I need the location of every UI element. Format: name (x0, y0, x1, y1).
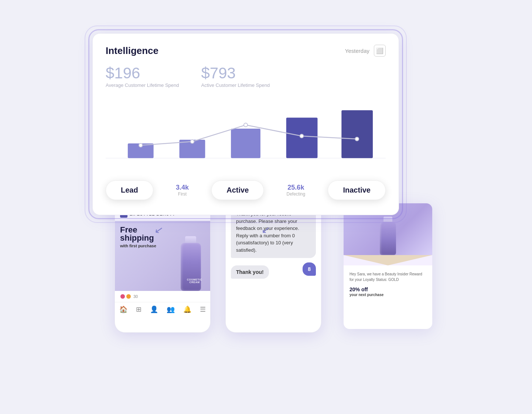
fb-shipping-text: shipping (120, 234, 156, 242)
email-bottle-body (380, 222, 396, 255)
metrics-row: $196 Average Customer Lifetime Spend $79… (106, 65, 386, 88)
tab-active[interactable]: Active (211, 180, 264, 200)
email-card: ✦ LIFESTYLELABELS Hey Sara, we have a Be… (344, 203, 432, 329)
chat-icon[interactable]: ⬜ (374, 45, 386, 57)
svg-point-9 (300, 134, 304, 138)
page-title: Intelligence (106, 45, 158, 57)
tab-inactive[interactable]: Inactive (328, 180, 385, 200)
envelope-fold (344, 255, 432, 265)
stat-defecting-label: Defecting (287, 191, 306, 197)
metric-avg-value: $196 (106, 65, 179, 81)
metric-avg-label: Average Customer Lifetime Spend (106, 82, 179, 88)
email-offer: 20% off (349, 286, 426, 293)
email-offer-sub: your next purchase (349, 293, 426, 297)
bottle-body: COSMETIC CREAM (181, 243, 201, 291)
fb-home-icon[interactable]: 🏠 (119, 305, 127, 313)
stat-first: 3.4k First (176, 184, 189, 197)
bottle-cap (185, 236, 196, 243)
stat-first-value: 3.4k (176, 184, 189, 191)
fb-footer: 30 (115, 291, 210, 302)
fb-reactions (120, 294, 131, 299)
email-bottle (377, 214, 399, 255)
sms-message-thanks: Thank you! (231, 265, 269, 279)
svg-point-8 (244, 123, 248, 127)
svg-point-7 (190, 140, 194, 143)
sms-message-sent: 8 (303, 262, 316, 276)
reaction-heart (120, 294, 125, 299)
tab-lead[interactable]: Lead (106, 180, 153, 200)
fb-count: 30 (133, 294, 138, 299)
reaction-like (126, 294, 131, 299)
scene: Intelligence Yesterday ⬜ $196 Average Cu… (63, 22, 469, 392)
email-body: Hey Sara, we have a Beauty Insider Rewar… (344, 265, 432, 303)
email-bottle-cap (383, 217, 392, 222)
fb-group-icon[interactable]: 👥 (167, 305, 175, 313)
fb-person-icon[interactable]: 👤 (150, 305, 158, 313)
email-greeting: Hey Sara, we have a Beauty Insider Rewar… (349, 271, 426, 282)
chart-area (106, 99, 386, 173)
intelligence-card: Intelligence Yesterday ⬜ $196 Average Cu… (92, 33, 399, 215)
fb-bell-icon[interactable]: 🔔 (183, 305, 191, 313)
svg-rect-3 (231, 129, 260, 158)
fb-text-overlay: Free shipping with first purchase (120, 226, 156, 248)
fb-subtext: with first purchase (120, 244, 156, 248)
envelope-triangle (344, 255, 432, 265)
svg-point-10 (355, 137, 359, 141)
bottle-label: COSMETIC CREAM (185, 278, 204, 284)
metric-average: $196 Average Customer Lifetime Spend (106, 65, 179, 88)
bar-chart (106, 99, 386, 173)
fb-menu-icon[interactable]: ☰ (200, 305, 206, 313)
header-right: Yesterday ⬜ (345, 45, 386, 57)
tabs-row: Lead 3.4k First Active 25.6k Defecting I… (106, 180, 386, 200)
fb-nav: 🏠 ⊞ 👤 👥 🔔 ☰ (115, 302, 210, 316)
fb-grid-icon[interactable]: ⊞ (136, 305, 141, 313)
svg-point-6 (139, 143, 143, 147)
card-header: Intelligence Yesterday ⬜ (106, 45, 386, 57)
svg-rect-5 (341, 110, 373, 158)
metric-active-value: $793 (201, 65, 270, 81)
stat-defecting-value: 25.6k (287, 184, 306, 191)
fb-free-text: Free (120, 226, 156, 234)
arrow-active-sms: ↙ (261, 223, 271, 236)
stat-defecting: 25.6k Defecting (287, 184, 306, 197)
metric-active: $793 Active Customer Lifetime Spend (201, 65, 270, 88)
cosmetic-bottle: COSMETIC CREAM (177, 232, 207, 291)
period-label: Yesterday (345, 48, 369, 54)
stat-first-label: First (176, 191, 189, 197)
metric-active-label: Active Customer Lifetime Spend (201, 82, 270, 88)
